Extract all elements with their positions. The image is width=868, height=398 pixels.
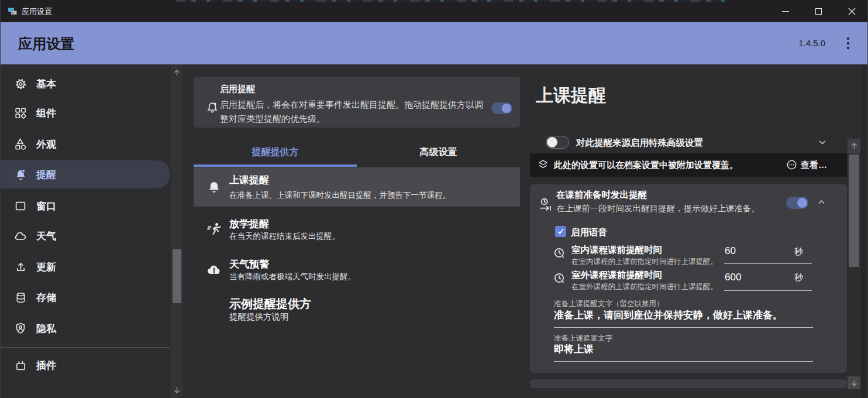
app-icon	[8, 6, 18, 16]
enable-notifications-toggle[interactable]	[491, 102, 512, 114]
sidebar-item-label: 外观	[36, 138, 56, 151]
scroll-up-button[interactable]	[848, 139, 860, 153]
toggle-knob	[547, 137, 557, 147]
sidebar-item-label: 隐私	[36, 322, 56, 335]
sidebar-item-plugins[interactable]: 插件	[1, 350, 170, 380]
tab-notification-providers[interactable]: 提醒提供方	[194, 139, 357, 165]
window-edge-strip	[861, 64, 868, 398]
sidebar-item-basic[interactable]: 基本	[1, 68, 170, 99]
input-underline	[554, 327, 813, 328]
scroll-up-button[interactable]	[171, 64, 183, 81]
window-title: 应用设置	[22, 6, 52, 17]
tab-label: 提醒提供方	[252, 146, 299, 159]
close-button[interactable]	[835, 0, 868, 22]
kebab-icon	[846, 36, 850, 50]
view-overrides-link[interactable]: 查看…	[801, 160, 827, 171]
provider-title: 天气预警	[229, 258, 269, 271]
override-info-bar: 此处的设置可以在档案设置中被附加设置覆盖。 查看…	[530, 153, 847, 177]
toggle-knob	[797, 198, 807, 208]
clock-icon	[552, 271, 567, 286]
prep-card-title-text: 在课前准备时发出提醒	[556, 190, 647, 200]
indoor-time-description: 在室内课程的上课前指定时间进行上课提醒。	[571, 257, 718, 267]
maximize-button[interactable]	[802, 0, 835, 22]
provider-row-class-reminder[interactable]: 上课提醒 在准备上课、上课和下课时发出醒目提醒，并预告下一节课程。	[194, 167, 520, 207]
input-underline	[724, 290, 812, 291]
sidebar-item-weather[interactable]: 天气	[1, 221, 170, 251]
active-tab-underline	[194, 164, 357, 167]
prep-text-input[interactable]	[554, 309, 814, 321]
sidebar-item-window[interactable]: 窗口	[1, 191, 170, 221]
outdoor-time-title: 室外课程课前提醒时间	[571, 269, 662, 282]
chevron-up-icon[interactable]	[817, 197, 826, 207]
provider-description: 在当天的课程结束后发出提醒。	[229, 231, 340, 242]
provider-description: 在准备上课、上课和下课时发出醒目提醒，并预告下一节课程。	[229, 190, 450, 201]
sidebar-item-components[interactable]: 组件	[1, 98, 170, 128]
sidebar-item-label: 存储	[36, 291, 56, 304]
provider-description: 提醒提供方说明	[229, 311, 289, 322]
indoor-time-input[interactable]	[725, 245, 783, 257]
minimize-icon	[782, 11, 789, 12]
provider-title: 放学提醒	[229, 217, 269, 231]
bell-filled-icon	[202, 167, 226, 207]
sidebar-item-appearance[interactable]: 外观	[1, 129, 170, 159]
provider-row-example[interactable]: 示例提醒提供方 提醒提供方说明	[194, 293, 520, 327]
sidebar-item-label: 提醒	[36, 168, 56, 181]
page-header: 应用设置 1.4.5.0	[1, 22, 868, 64]
override-note-text: 此处的设置可以在档案设置中被附加设置覆盖。	[554, 160, 738, 171]
tab-advanced-settings[interactable]: 高级设置	[357, 139, 520, 165]
enable-notifications-card: 启用提醒 启用提醒后，将会在对重要事件发出醒目提醒。拖动提醒提供方以调整对应类型…	[194, 77, 520, 128]
background-window-artifacts	[176, 0, 726, 2]
check-icon	[557, 228, 564, 235]
scrollbar-thumb[interactable]	[173, 249, 181, 303]
titlebar: 应用设置	[1, 0, 868, 22]
close-icon	[848, 8, 856, 15]
arrow-up-icon	[850, 142, 858, 150]
input-underline	[554, 361, 813, 362]
minimize-button[interactable]	[769, 0, 802, 22]
enable-card-title: 启用提醒	[220, 84, 255, 95]
plugin-icon	[13, 358, 27, 372]
scroll-down-button[interactable]	[848, 376, 860, 389]
provider-row-after-school[interactable]: 放学提醒 在当天的课程结束后发出提醒。	[194, 213, 520, 246]
cloud-icon	[13, 229, 27, 243]
scroll-down-button[interactable]	[171, 382, 183, 398]
prep-text-label: 准备上课提醒文字（留空以禁用）	[554, 299, 664, 309]
bell-badge-icon	[205, 101, 219, 115]
sidebar-item-privacy[interactable]: 隐私	[1, 313, 170, 344]
app-settings-window: 应用设置 应用设置 1.4.5.0 基本 组件	[0, 0, 868, 398]
sidebar-item-notifications[interactable]: 提醒	[1, 160, 170, 188]
special-advanced-toggle[interactable]	[546, 136, 569, 149]
sidebar-item-update[interactable]: 更新	[1, 252, 170, 282]
mask-text-input[interactable]	[554, 343, 814, 355]
clock-forward-icon	[538, 197, 554, 212]
voice-checkbox[interactable]	[555, 226, 566, 237]
next-settings-card-clipped[interactable]	[530, 379, 847, 388]
detail-scrollbar	[848, 139, 860, 389]
provider-row-weather-alert[interactable]: 天气预警 当有降雨或者极端天气时发出提醒。	[194, 253, 520, 286]
upload-icon	[13, 260, 27, 274]
indoor-time-title: 室内课程课前提醒时间	[571, 244, 662, 256]
tab-label: 高级设置	[420, 146, 457, 159]
privacy-shield-icon	[13, 321, 27, 335]
chevron-down-icon[interactable]	[817, 137, 828, 147]
special-advanced-label: 对此提醒来源启用特殊高级设置	[576, 137, 703, 149]
sidebar-item-label: 插件	[36, 359, 56, 372]
provider-title: 上课提醒	[229, 173, 269, 187]
sidebar-item-label: 基本	[36, 77, 56, 91]
outdoor-time-input[interactable]	[725, 272, 783, 283]
prep-reminder-toggle[interactable]	[786, 197, 808, 209]
clock-icon	[552, 246, 567, 261]
prep-card-title: 在课前准备时发出提醒	[556, 189, 647, 201]
kebab-menu-button[interactable]	[846, 36, 850, 50]
scrollbar-thumb[interactable]	[849, 155, 859, 267]
sidebar-divider	[1, 347, 170, 348]
ellipsis-circle-icon	[786, 159, 798, 171]
layers-icon	[537, 159, 549, 171]
database-icon	[13, 290, 27, 304]
prep-reminder-card: 在课前准备时发出提醒 在上课前一段时间发出醒目提醒，提示做好上课准备。 启用语音…	[530, 184, 847, 373]
sidebar-item-label: 组件	[36, 107, 56, 120]
sidebar-item-storage[interactable]: 存储	[1, 282, 170, 313]
runner-icon	[202, 213, 226, 246]
detail-title: 上课提醒	[536, 84, 606, 108]
arrow-down-icon	[850, 379, 858, 387]
